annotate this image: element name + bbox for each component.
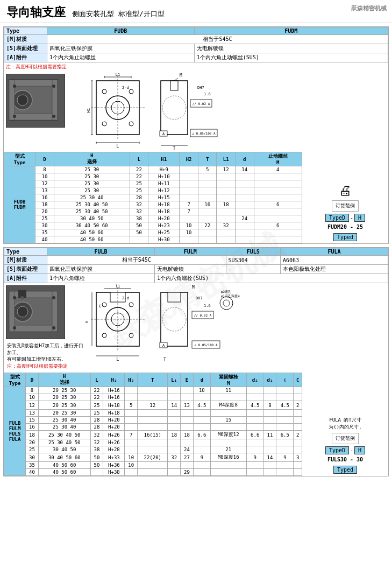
cell-l1: 12 <box>217 166 236 173</box>
cell-h: 25 30 40 50 <box>54 201 130 208</box>
svg-point-18 <box>102 122 106 126</box>
cell-c <box>294 410 302 417</box>
th2-h: H选择 <box>38 373 90 387</box>
cell-h1: H+18 <box>148 201 180 208</box>
cell-e <box>181 410 194 417</box>
cell-l: 22 <box>90 394 103 401</box>
cell-d1 <box>263 394 276 401</box>
svg-point-34 <box>162 96 186 120</box>
cell-c: 2 <box>294 431 302 439</box>
cell-h2 <box>125 446 138 453</box>
cell-d2 <box>246 417 263 424</box>
th-d: D <box>35 152 54 166</box>
typed-badge-2: Typed <box>333 466 357 474</box>
cell-h: 25 30 <box>54 180 130 187</box>
cell-dd <box>193 424 210 431</box>
cell-l1 <box>217 215 236 222</box>
cell-d2 <box>246 469 263 476</box>
cell-l1 <box>168 446 181 453</box>
svg-rect-51 <box>9 291 58 298</box>
cell-d2 <box>246 446 263 453</box>
section2-left: 安装孔D接容差H7加工后，进行开口加工。 有可能因加工增至H8左右。 注：高度H… <box>4 283 90 373</box>
cell-h1: H+23 <box>148 222 180 229</box>
svg-text:M: M <box>192 285 195 290</box>
th-t: T <box>198 152 217 166</box>
svg-point-2 <box>17 95 28 106</box>
cell-ll <box>276 462 294 469</box>
table-row: 40 40 50 60 H+30 <box>4 236 302 243</box>
cell-l1 <box>217 194 236 201</box>
info-material-label: [M]材质 <box>4 35 47 44</box>
cell-ll <box>276 387 294 394</box>
svg-text:φ2通孔: φ2通孔 <box>221 290 231 294</box>
svg-rect-35 <box>170 81 178 90</box>
cell-dd <box>193 417 210 424</box>
th-screw: 止动螺丝M <box>254 152 302 166</box>
svg-text:L: L <box>117 144 119 149</box>
table-row: 13 20 25 30 25 H+18 <box>4 410 302 417</box>
cell-dd <box>236 236 254 243</box>
drawing-svg-2: L H l1 2-d E T M <box>91 284 284 368</box>
cell-l1 <box>217 229 236 236</box>
svg-point-70 <box>129 333 133 338</box>
cell-l1 <box>217 208 236 215</box>
cell-h1: H+18 <box>148 208 180 215</box>
cell-l: 38 <box>90 446 103 453</box>
cell-d: 20 <box>26 439 39 446</box>
cell-d: 30 <box>35 222 54 229</box>
info2-fula: FULA <box>280 248 388 256</box>
cell-h1: H+30 <box>148 236 180 243</box>
svg-point-9 <box>13 115 16 118</box>
cell-c <box>294 424 302 431</box>
cell-t <box>138 469 168 476</box>
cell-type: FULB FULM FULS FULA <box>4 387 26 476</box>
th2-l1: L₁ <box>168 373 181 387</box>
cell-d: 10 <box>26 394 39 401</box>
th2-h1: H₁ <box>103 373 125 387</box>
info-fudm: FUDM <box>194 27 388 35</box>
cell-m: 21 <box>210 446 246 453</box>
svg-point-19 <box>129 122 133 126</box>
th-l: L <box>130 152 148 166</box>
cell-l: 50 <box>130 222 148 229</box>
info2-surf-fulm: 无电解镀镍 <box>155 265 226 274</box>
data-table-2: 型式Type D H选择 L H₁ H₂ T L₁ E d 紧固螺栓M d₂ d… <box>4 373 302 476</box>
th2-d: D <box>26 373 39 387</box>
cell-e: 29 <box>181 469 194 476</box>
th2-e: E <box>181 373 194 387</box>
table-row: 25 30 40 50 38 H+28 24 21 <box>4 446 302 453</box>
cell-h1: H+26 <box>103 431 125 439</box>
cell-t <box>198 194 217 201</box>
svg-point-68 <box>129 303 133 307</box>
info-surface-label: [S]表面处理 <box>4 44 47 53</box>
cell-dd: 9 <box>193 453 210 462</box>
cell-d1: 14 <box>263 453 276 462</box>
cell-h2 <box>125 424 138 431</box>
cell-h1: H+28 <box>103 446 125 453</box>
cell-l: 22 <box>130 166 148 173</box>
cell-l1 <box>168 424 181 431</box>
cell-l: 25 <box>90 410 103 417</box>
cell-d1 <box>263 387 276 394</box>
cell-h: 40 50 60 <box>38 469 90 476</box>
cell-l1 <box>217 173 236 180</box>
cell-l: 28 <box>90 424 103 431</box>
cell-dd <box>236 180 254 187</box>
cell-h1: H+18 <box>103 410 125 417</box>
cell-d: 40 <box>35 236 54 243</box>
svg-text:2-d: 2-d <box>122 296 129 300</box>
svg-point-94 <box>220 297 233 310</box>
cell-t: 12 <box>138 401 168 410</box>
svg-text:⊥ 0.05/100 A: ⊥ 0.05/100 A <box>194 343 218 347</box>
svg-point-81 <box>162 307 186 331</box>
svg-rect-3 <box>9 80 58 86</box>
section2-drawings: L H l1 2-d E T M <box>90 283 388 373</box>
cell-l1: 14 <box>168 401 181 410</box>
th-h1: H1 <box>148 152 180 166</box>
cell-h1: H+12 <box>148 187 180 194</box>
cell-h: 30 40 50 <box>38 446 90 453</box>
cell-h1: H+10 <box>148 173 180 180</box>
cell-h2 <box>180 180 198 187</box>
cell-h2: 10 <box>180 222 198 229</box>
th2-dd: d <box>193 373 210 387</box>
